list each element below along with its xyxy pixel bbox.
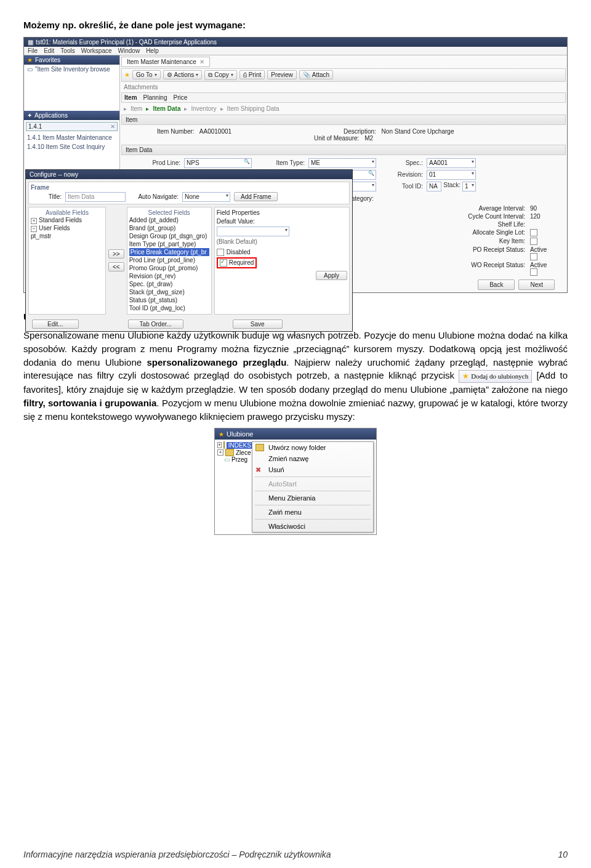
menu-delete[interactable]: ✖Usuń <box>252 464 373 475</box>
dialog-title: Configure -- nowy <box>26 170 352 179</box>
itemnum-label: Item Number: <box>157 128 195 135</box>
tab-item-master[interactable]: Item Master Maintenance✕ <box>121 57 210 67</box>
uom-label: Unit of Measure: <box>314 135 359 142</box>
alloc-checkbox[interactable] <box>530 229 537 236</box>
avail-list[interactable]: +Standard Fields−User Fields pt_mstr <box>31 216 103 240</box>
spec-input[interactable]: AA001 <box>427 158 476 168</box>
bc-item-data[interactable]: Item Data <box>153 105 180 112</box>
move-buttons: >> << <box>108 207 124 315</box>
tab-order-button[interactable]: Tab Order... <box>128 319 183 329</box>
po-value: Active <box>530 246 547 253</box>
stack-input[interactable]: 1 <box>462 182 476 191</box>
copy-button[interactable]: ⧉Copy▾ <box>204 70 236 80</box>
required-checkbox[interactable] <box>220 259 227 267</box>
goto-button[interactable]: Go To▾ <box>132 70 161 79</box>
revision-input[interactable]: 01 <box>427 170 476 180</box>
key-checkbox[interactable] <box>530 238 537 245</box>
favorites-header[interactable]: ★Favorites <box>24 55 119 65</box>
menu-collapse[interactable]: Zwiń menu <box>252 507 373 518</box>
available-fields-panel: Available Fields +Standard Fields−User F… <box>28 207 106 315</box>
clip-icon: 📎 <box>303 71 310 78</box>
bc-inventory[interactable]: Inventory <box>191 105 216 112</box>
window-titlebar: ▦ tst01: Materials Europe Principal (1) … <box>24 38 567 47</box>
toolbar: ★ Go To▾ ⚙Actions▾ ⧉Copy▾ ⎙Print Preview… <box>121 68 566 82</box>
tree-item[interactable]: +INDEKSY <box>217 441 252 449</box>
subtabs: Item Planning Price <box>121 92 566 103</box>
footer-text: Informacyjne narzędzia wspierania przeds… <box>23 850 331 859</box>
autonav-select[interactable]: None <box>182 192 230 202</box>
bc-shipping[interactable]: Item Shipping Data <box>227 105 279 112</box>
defval-input[interactable] <box>217 227 289 236</box>
frame-heading: Frame <box>31 184 347 191</box>
close-icon[interactable]: ✕ <box>199 58 204 65</box>
frame-panel: Frame Title: Item Data Auto Navigate: No… <box>28 182 350 204</box>
app-item-site-cost[interactable]: 1.4.10 Item Site Cost Inquiry <box>24 142 119 151</box>
plus-icon[interactable]: + <box>217 449 223 456</box>
item-summary: Item Number: AA0010001 Description: Non … <box>120 126 567 143</box>
tab-item[interactable]: Item <box>124 94 137 101</box>
add-frame-button[interactable]: Add Frame <box>234 192 278 201</box>
arrow-icon: ▸ <box>220 105 223 112</box>
tab-price[interactable]: Price <box>173 94 187 101</box>
dialog-footer: Edit... Tab Order... Save <box>26 317 352 331</box>
edit-button[interactable]: Edit... <box>32 319 79 329</box>
bc-item[interactable]: Item <box>131 105 142 112</box>
actions-button[interactable]: ⚙Actions▾ <box>163 70 203 79</box>
apply-button[interactable]: Apply <box>316 271 347 280</box>
po-checkbox[interactable] <box>530 253 537 260</box>
plus-icon[interactable]: + <box>217 442 222 448</box>
add-to-favorites-button[interactable]: ★Dodaj do ulubionych <box>459 370 532 383</box>
tree-column: +INDEKSY +Zlece ▭Przeg <box>217 441 252 532</box>
menu-window[interactable]: Window <box>118 47 140 54</box>
move-left-button[interactable]: << <box>108 262 124 271</box>
toolid-label: Tool ID: <box>380 183 423 190</box>
prodline-input[interactable]: NPS <box>184 158 252 168</box>
window-title: tst01: Materials Europe Principal (1) - … <box>36 39 217 46</box>
preview-button[interactable]: Preview <box>267 70 297 79</box>
sel-list[interactable]: Added (pt_added)Brand (pt_group)Design G… <box>129 216 209 312</box>
print-icon: ⎙ <box>243 71 247 78</box>
next-button[interactable]: Next <box>518 279 555 290</box>
attach-button[interactable]: 📎Attach <box>299 70 333 79</box>
menu-edit[interactable]: Edit <box>44 47 54 54</box>
move-right-button[interactable]: >> <box>108 249 124 259</box>
menu-tools[interactable]: Tools <box>60 47 74 54</box>
menu-file[interactable]: File <box>28 47 38 54</box>
desc-label: Description: <box>344 128 376 135</box>
toolid-input[interactable]: NA <box>427 182 441 191</box>
itemtype-input[interactable]: ME <box>308 158 376 168</box>
title-label: Title: <box>31 193 62 200</box>
back-button[interactable]: Back <box>478 279 515 290</box>
menu-workspace[interactable]: Workspace <box>81 47 112 54</box>
tree-item[interactable]: ▭Przeg <box>217 456 252 463</box>
separator <box>255 519 371 520</box>
wo-checkbox[interactable] <box>530 268 537 276</box>
footer: Informacyjne narzędzia wspierania przeds… <box>23 850 568 859</box>
wo-value: Active <box>530 262 547 268</box>
menu-collection[interactable]: Menu Zbierania <box>252 492 373 504</box>
menu-properties[interactable]: Właściwości <box>252 521 373 532</box>
menu-new-folder[interactable]: Utwórz nowy folder <box>252 442 373 453</box>
sidebar-item-browse[interactable]: ▭"Item Site Inventory browse <box>24 65 119 74</box>
menu-rename[interactable]: Zmień nazwę <box>252 453 373 464</box>
uom-value: M2 <box>364 135 373 142</box>
app-search[interactable]: 1.4.1✕ <box>26 122 118 131</box>
print-button[interactable]: ⎙Print <box>239 70 265 79</box>
autonav-label: Auto Navigate: <box>129 193 179 200</box>
title-input[interactable]: Item Data <box>65 192 126 202</box>
tab-planning[interactable]: Planning <box>143 94 167 101</box>
context-menu-screenshot: ★Ulubione +INDEKSY +Zlece ▭Przeg Utwórz … <box>214 428 377 535</box>
app-item-master[interactable]: 1.4.1 Item Master Maintenance <box>24 133 119 142</box>
cycle-value: 120 <box>530 213 555 220</box>
prodline-label: Prod Line: <box>125 159 180 166</box>
defval-label: Default Value: <box>217 218 347 225</box>
delete-icon: ✖ <box>255 466 264 475</box>
menu-help[interactable]: Help <box>146 47 159 54</box>
save-button[interactable]: Save <box>233 319 283 329</box>
applications-header[interactable]: ✦Applications <box>24 111 119 120</box>
breadcrumb-tabs: ▸Item ▸Item Data ▸Inventory ▸Item Shippi… <box>120 104 567 113</box>
disabled-checkbox[interactable] <box>217 249 224 256</box>
avgint-value: 90 <box>530 205 555 212</box>
tree-item[interactable]: +Zlece <box>217 449 252 456</box>
star-icon: ★ <box>124 71 130 78</box>
